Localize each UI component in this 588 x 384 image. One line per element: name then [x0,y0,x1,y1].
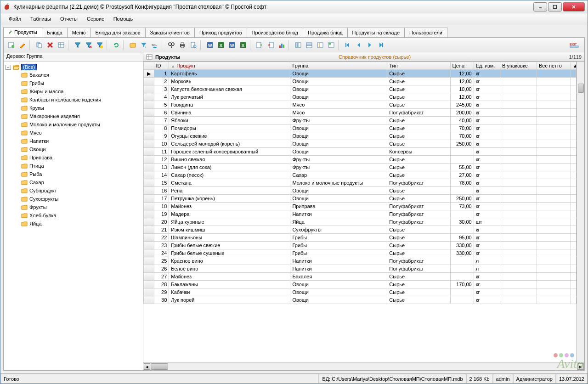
table-row[interactable]: 24Грибы белые сушеныеГрибыСырье330,00кг [144,249,577,257]
row-marker[interactable] [144,132,154,140]
cell-pack[interactable] [500,156,537,164]
cell-price[interactable] [450,226,474,234]
tree-item[interactable]: Бакалея [5,71,142,79]
row-marker[interactable] [144,93,154,101]
cell-net[interactable] [537,124,571,132]
cell-unit[interactable]: л [474,257,500,265]
cell-pack[interactable] [500,296,537,304]
cell-id[interactable]: 21 [154,226,169,234]
row-marker[interactable] [144,179,154,187]
cell-id[interactable]: 6 [154,109,169,117]
cell-price[interactable]: 40,00 [450,117,474,124]
cell-price[interactable]: 27,00 [450,171,474,179]
cell-type[interactable]: Сырье [387,124,450,132]
cell-id[interactable]: 14 [154,171,169,179]
row-marker[interactable] [144,117,154,124]
tree-item[interactable]: Сухофрукты [5,195,142,203]
col-unit[interactable]: Ед. изм. [474,62,500,70]
tree-item[interactable]: Хлеб-булка [5,211,142,220]
cell-price[interactable]: 73,00 [450,203,474,210]
cell-unit[interactable]: кг [474,249,500,257]
row-marker[interactable] [144,288,154,296]
cell-product[interactable]: Говядина [169,101,290,109]
tab-dishes-orders[interactable]: Блюда для заказов [90,28,146,37]
cell-price[interactable]: 200,00 [450,109,474,117]
cell-unit[interactable]: кг [474,156,500,164]
cell-id[interactable]: 13 [154,164,169,171]
nav-prev-icon[interactable] [354,40,364,50]
cell-group[interactable]: Яйца [290,218,387,226]
cell-price[interactable] [450,296,474,304]
cell-net[interactable] [537,242,571,249]
nav-first-icon[interactable] [343,40,353,50]
cell-price[interactable]: 170,00 [450,281,474,288]
cell-type[interactable]: Сырье [387,171,450,179]
cell-type[interactable]: Сырье [387,93,450,101]
table-row[interactable]: 19МадераНапиткиПолуфабрикаткг [144,210,577,218]
layout1-icon[interactable] [293,40,303,50]
table-row[interactable]: 21Изюм кишмишСухофруктыСырьекг [144,226,577,234]
cell-id[interactable]: 3 [154,85,169,93]
cell-product[interactable]: Лук репчатый [169,93,290,101]
cell-unit[interactable]: кг [474,117,500,124]
cell-product[interactable]: Майонез [169,203,290,210]
cell-net[interactable] [537,187,571,195]
cell-pack[interactable] [500,249,537,257]
cell-price[interactable] [450,156,474,164]
cell-net[interactable] [537,296,571,304]
export-word2-icon[interactable]: W [227,40,237,50]
tab-products[interactable]: ✓Продукты [3,27,42,37]
cell-id[interactable]: 7 [154,117,169,124]
cell-net[interactable] [537,218,571,226]
cell-pack[interactable] [500,78,537,85]
cell-price[interactable]: 55,00 [450,164,474,171]
cell-type[interactable]: Полуфабрикат [387,257,450,265]
cell-group[interactable]: Сухофрукты [290,226,387,234]
row-marker[interactable] [144,226,154,234]
cell-product[interactable]: Шампиньоны [169,234,290,242]
tree-item[interactable]: Крупы [5,104,142,112]
row-marker[interactable] [144,242,154,249]
cell-price[interactable]: 12,00 [450,70,474,78]
cell-group[interactable]: Фрукты [290,156,387,164]
table-row[interactable]: 28БаклажаныОвощиСырье170,00кг [144,281,577,288]
tree[interactable]: − (Все) БакалеяГрибыЖиры и маслаКолбасы … [4,62,143,370]
table-row[interactable]: 16РепаОвощиСырьекг [144,187,577,195]
cell-pack[interactable] [500,171,537,179]
cell-price[interactable] [450,273,474,281]
cell-product[interactable]: Сметана [169,179,290,187]
cell-type[interactable]: Сырье [387,140,450,148]
import-icon[interactable] [254,40,265,50]
cell-pack[interactable] [500,257,537,265]
folder-filter-icon[interactable] [128,40,138,50]
cell-net[interactable] [537,164,571,171]
cell-price[interactable] [450,187,474,195]
cell-product[interactable]: Грибы белые свежие [169,242,290,249]
cell-group[interactable]: Овощи [290,296,387,304]
exit-icon[interactable]: EXIT [567,40,582,50]
cell-net[interactable] [537,117,571,124]
col-pack[interactable]: В упаковке [500,62,537,70]
cell-group[interactable]: Овощи [290,124,387,132]
cell-pack[interactable] [500,93,537,101]
cell-unit[interactable]: кг [474,242,500,249]
preview-icon[interactable] [188,40,198,50]
row-marker[interactable] [144,296,154,304]
nav-last-icon[interactable] [376,40,386,50]
menu-reports[interactable]: Отчеты [56,15,82,23]
row-marker[interactable] [144,187,154,195]
funnel-add-icon[interactable]: + [139,40,149,50]
table-row[interactable]: 4Лук репчатыйОвощиСырье12,00кг [144,93,577,101]
cell-unit[interactable]: кг [474,85,500,93]
tab-client-orders[interactable]: Заказы клиентов [145,28,195,37]
cell-id[interactable]: 26 [154,265,169,273]
cell-product[interactable]: Капуста белокачанная свежая [169,85,290,93]
cell-type[interactable]: Сырье [387,249,450,257]
cell-price[interactable]: 250,00 [450,140,474,148]
cell-type[interactable]: Сырье [387,164,450,171]
tree-item[interactable]: Яйца [5,220,142,228]
cell-pack[interactable] [500,242,537,249]
cell-type[interactable]: Сырье [387,117,450,124]
print-icon[interactable] [177,40,187,50]
cell-unit[interactable]: кг [474,132,500,140]
